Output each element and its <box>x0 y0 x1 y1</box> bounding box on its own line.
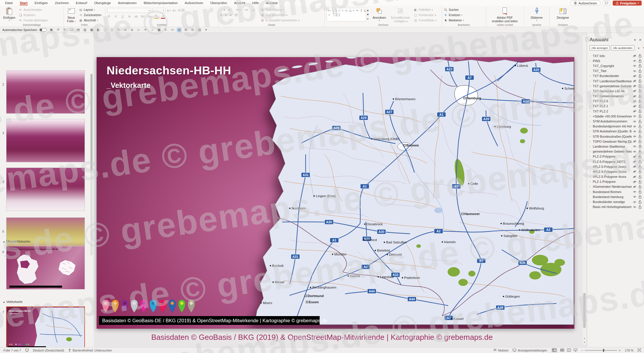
layer-item[interactable]: ›#Gemeinden Niedersachsen <box>590 184 643 189</box>
autosave-toggle[interactable] <box>39 28 47 32</box>
visibility-on-icon[interactable] <box>632 145 637 148</box>
line-spacing-icon[interactable]: ↕≡ <box>251 8 255 12</box>
shrink-font-icon[interactable]: A˅ <box>172 9 177 12</box>
slide-thumbnail-3[interactable] <box>6 119 85 162</box>
undo-icon[interactable]: ↺ <box>56 28 60 32</box>
expand-chevron-icon[interactable]: › <box>590 145 593 148</box>
shape-glyph-7[interactable]: ⌐ <box>353 8 355 13</box>
visibility-on-icon[interactable] <box>632 69 637 73</box>
share-button[interactable]: Freigeben ▾ <box>613 1 642 6</box>
format-painter-button[interactable]: ✎Format übertragen <box>18 18 48 23</box>
lock-open-icon[interactable] <box>637 69 643 73</box>
expand-chevron-icon[interactable]: › <box>590 150 593 153</box>
shape-gallery-scroll[interactable]: ▲▼≡ <box>366 8 369 21</box>
map-pin[interactable] <box>140 300 147 313</box>
shape-glyph-9[interactable]: ⇩ <box>360 8 362 13</box>
tab-aufzeichnen[interactable]: Aufzeichnen <box>181 1 206 5</box>
slide-title-block[interactable]: Niedersachsen-HB-HH _Vektorkarte <box>107 64 231 90</box>
selection-pane-close-icon[interactable]: ✕ <box>638 38 643 42</box>
display-settings-button[interactable]: Anzeigeeinstellungen <box>513 349 547 352</box>
slideshow-view-icon[interactable] <box>574 349 577 352</box>
expand-chevron-icon[interactable]: › <box>590 110 593 113</box>
lock-open-icon[interactable] <box>637 139 643 143</box>
layer-item[interactable]: ›TXT PLZ-1 <box>590 104 643 109</box>
shape-glyph-6[interactable]: △ <box>349 8 352 13</box>
indent-increase-icon[interactable]: ⇥≡ <box>244 8 248 12</box>
show-all-button[interactable]: Alle anzeigen <box>590 45 610 50</box>
visibility-off-icon[interactable] <box>632 185 637 188</box>
layer-item[interactable]: ›PINS <box>590 58 643 63</box>
visibility-off-icon[interactable] <box>632 180 637 183</box>
shape-glyph-14[interactable]: } <box>339 13 340 17</box>
layer-item[interactable]: TXT Info <box>590 53 643 58</box>
more-icon[interactable]: ▾ <box>204 28 208 32</box>
expand-chevron-icon[interactable]: › <box>590 200 593 203</box>
tab-animationen[interactable]: Animationen <box>115 1 140 5</box>
clear-format-icon[interactable]: A⌫ <box>178 8 182 12</box>
tab-entwurf[interactable]: Entwurf <box>73 1 90 5</box>
layer-item[interactable]: ›STR Bundesstraßen [Quelle: BKG] <box>590 134 643 139</box>
shape-fill-icon[interactable]: ◧ <box>96 28 101 32</box>
selection-pane-icon[interactable]: ▧ <box>177 28 181 32</box>
visibility-on-icon[interactable] <box>632 190 637 193</box>
layer-item[interactable]: TXT_Titel <box>590 69 643 74</box>
reset-button[interactable]: ↺Zurücksetzen <box>79 13 101 17</box>
redo-icon[interactable]: ↻ <box>62 28 67 32</box>
highlight-icon[interactable]: ✎ <box>116 28 121 32</box>
tab-bildschirmpräsentation[interactable]: Bildschirmpräsentation <box>141 1 181 5</box>
visibility-off-icon[interactable] <box>632 79 637 83</box>
layer-item[interactable]: ›#PLZ-5-Polygone 2xxxx <box>590 164 643 169</box>
map-pin[interactable] <box>188 300 195 313</box>
layer-item[interactable]: ›#PLZ-5-Polygone 3xxxx <box>590 169 643 174</box>
map-pin[interactable] <box>150 300 157 313</box>
lock-open-icon[interactable] <box>637 175 643 179</box>
layer-item[interactable]: ›TXT Gemeindenamen <box>590 94 643 99</box>
layer-item[interactable]: ›Bundesländer sonstige <box>590 199 643 204</box>
highlight-color-icon[interactable]: ✎ <box>154 14 158 19</box>
expand-chevron-icon[interactable]: › <box>590 165 593 168</box>
expand-chevron-icon[interactable]: › <box>590 74 593 77</box>
tab-acrobat[interactable]: Acrobat <box>263 1 281 5</box>
change-case-icon[interactable]: Aa <box>148 15 152 18</box>
lock-open-icon[interactable] <box>637 129 643 133</box>
bring-forward-icon[interactable]: ▲ <box>637 47 641 49</box>
map-pin[interactable] <box>112 300 119 313</box>
visibility-on-icon[interactable] <box>632 125 637 128</box>
layer-item[interactable]: ›TXT Gemeiden Lfd.-Nr. <box>590 88 643 93</box>
layer-item[interactable]: TXT_Copyright <box>590 63 643 68</box>
layer-item[interactable]: ›TOPO Gewässer flächig [Quelle: B... <box>590 139 643 144</box>
expand-chevron-icon[interactable]: › <box>590 175 593 178</box>
copy-icon[interactable]: ❏ <box>69 28 74 32</box>
shape-outline-icon[interactable]: ▢ <box>103 28 107 32</box>
layer-item[interactable]: ›Landkreise-Stadtkreise <box>590 144 643 149</box>
italic-icon[interactable]: K <box>114 15 118 18</box>
visibility-on-icon[interactable] <box>632 135 637 138</box>
expand-chevron-icon[interactable]: › <box>590 190 593 193</box>
vector-map[interactable]: A23A20A7A24A1A27A29A39A28A31A1A7A30A30A3… <box>255 58 574 327</box>
select-arrow-icon[interactable]: ▷ <box>136 28 141 32</box>
visibility-on-icon[interactable] <box>632 195 637 198</box>
quick-styles-button[interactable]: Schnellformat- vorlagen ▾ <box>389 7 412 23</box>
distribute-icon[interactable]: ⊟ <box>190 28 195 32</box>
shape-gallery[interactable]: ▭╲╲□○▭△⌐⇨⇩◺☆⌒{}▲▼≡ <box>327 8 369 21</box>
visibility-off-icon[interactable] <box>632 155 637 158</box>
tab-zeichnen[interactable]: Zeichnen <box>52 1 72 5</box>
font-color-icon[interactable]: A <box>161 14 165 19</box>
shape-glyph-11[interactable]: ☆ <box>328 13 330 17</box>
strikethrough-icon[interactable]: S <box>127 15 131 18</box>
visibility-off-icon[interactable] <box>632 100 637 103</box>
lock-open-icon[interactable] <box>637 170 643 173</box>
align-left-icon[interactable]: ≡ <box>220 13 222 17</box>
expand-chevron-icon[interactable]: › <box>590 155 593 158</box>
visibility-on-icon[interactable] <box>632 130 637 133</box>
move-icon[interactable]: ✛ <box>143 28 148 32</box>
tab-einfügen[interactable]: Einfügen <box>31 1 51 5</box>
lock-open-icon[interactable] <box>637 109 643 113</box>
map-pin[interactable] <box>169 300 176 313</box>
lock-open-icon[interactable] <box>637 185 643 189</box>
section-button[interactable]: ▦Abschnitt▾ <box>79 18 101 23</box>
arrange-button[interactable]: Anordnen ▾ <box>371 7 388 22</box>
layer-item[interactable]: ›+Städte >50.000 Einwohner <box>590 114 643 119</box>
lock-open-icon[interactable] <box>637 160 643 163</box>
lock-closed-icon[interactable] <box>637 144 643 148</box>
